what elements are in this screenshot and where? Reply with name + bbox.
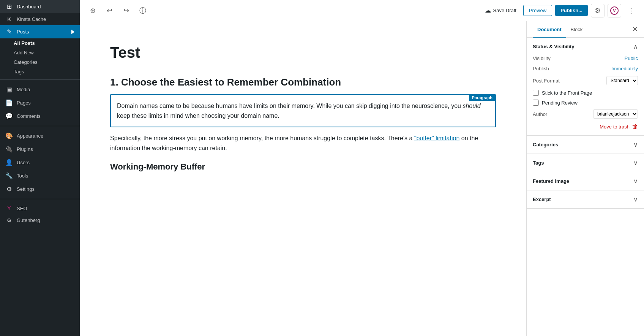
sidebar-sub-add-new[interactable]: Add New [0, 48, 80, 57]
more-options-button[interactable]: ⋮ [624, 4, 638, 17]
users-icon: 👤 [5, 159, 13, 166]
sidebar-item-tools[interactable]: 🔧 Tools [0, 169, 80, 182]
pending-review-label: Pending Review [542, 100, 578, 106]
section-categories-chevron: ∨ [633, 141, 638, 148]
save-draft-button[interactable]: ☁ Save Draft [481, 5, 520, 16]
sidebar-item-comments[interactable]: 💬 Comments [0, 109, 80, 123]
author-label: Author [533, 111, 547, 117]
add-block-button[interactable]: ⊕ [86, 4, 99, 17]
sidebar-item-media[interactable]: ▣ Media [0, 83, 80, 96]
visibility-value[interactable]: Public [625, 55, 638, 61]
pending-review-checkbox[interactable] [533, 100, 539, 106]
paragraph-2-block[interactable]: Specifically, the more stress you put on… [110, 133, 496, 153]
section-excerpt-title: Excerpt [533, 197, 551, 202]
section-featured-image-title: Featured Image [533, 178, 569, 184]
selected-paragraph-block[interactable]: Paragraph Domain names came to be becaus… [110, 94, 496, 127]
section-categories-title: Categories [533, 142, 558, 147]
section-tags-chevron: ∨ [633, 159, 638, 166]
section-excerpt-header[interactable]: Excerpt ∨ [527, 190, 644, 208]
stick-front-checkbox[interactable] [533, 90, 539, 96]
sidebar-sub-all-posts[interactable]: All Posts [0, 38, 80, 48]
sidebar-item-seo[interactable]: Y SEO [0, 202, 80, 214]
sidebar-item-pages[interactable]: 📄 Pages [0, 96, 80, 109]
publish-label: Publish [533, 66, 549, 71]
sidebar-label-dashboard: Dashboard [17, 4, 41, 10]
editor-area[interactable]: Test 1. Choose the Easiest to Remember C… [80, 21, 526, 336]
section-featured-image-chevron: ∨ [633, 178, 638, 185]
buffer-link[interactable]: "buffer" limitation [414, 135, 460, 141]
section-categories-header[interactable]: Categories ∨ [527, 136, 644, 154]
section-featured-image: Featured Image ∨ [527, 172, 644, 190]
topbar: ⊕ ↩ ↪ ⓘ ☁ Save Draft Preview Publish... [80, 0, 644, 21]
section-featured-image-header[interactable]: Featured Image ∨ [527, 172, 644, 190]
tools-icon: 🔧 [5, 172, 13, 179]
stick-front-row: Stick to the Front Page [533, 90, 638, 96]
publish-row: Publish Immediately [533, 66, 638, 71]
sidebar-item-dashboard[interactable]: ⊞ Dashboard [0, 0, 80, 13]
trash-row: Move to trash 🗑 [533, 123, 638, 130]
comments-icon: 💬 [5, 113, 13, 120]
redo-button[interactable]: ↪ [119, 4, 133, 17]
pages-icon: 📄 [5, 99, 13, 106]
gear-icon: ⚙ [595, 6, 601, 15]
publish-value[interactable]: Immediately [611, 66, 638, 71]
topbar-right: ☁ Save Draft Preview Publish... ⚙ V ⋮ [481, 4, 638, 17]
appearance-icon: 🎨 [5, 132, 13, 139]
settings-icon: ⚙ [5, 185, 13, 193]
undo-button[interactable]: ↩ [103, 4, 116, 17]
right-panel: Document Block ✕ Status & Visibility ∧ V… [526, 21, 644, 336]
posts-arrow [71, 30, 74, 34]
section-tags-title: Tags [533, 160, 544, 166]
sidebar-divider-2 [0, 126, 80, 126]
author-row: Author brianleejackson [533, 109, 638, 119]
redo-icon: ↪ [123, 6, 129, 15]
visibility-label: Visibility [533, 55, 551, 61]
tab-block[interactable]: Block [566, 21, 587, 38]
yoast-button[interactable]: V [608, 4, 621, 17]
block-heading-2[interactable]: Working-Memory Buffer [110, 162, 496, 172]
pending-review-row: Pending Review [533, 100, 638, 106]
paragraph-1-text[interactable]: Domain names came to be because humans h… [117, 101, 489, 120]
info-icon: ⓘ [139, 6, 146, 15]
sidebar-label-kinsta: Kinsta Cache [17, 16, 46, 22]
move-to-trash-link[interactable]: Move to trash [600, 124, 630, 130]
sidebar-item-plugins[interactable]: 🔌 Plugins [0, 143, 80, 156]
sidebar-item-kinsta-cache[interactable]: K Kinsta Cache [0, 13, 80, 25]
sidebar-label-posts: Posts [17, 29, 29, 35]
visibility-row: Visibility Public [533, 55, 638, 61]
section-status-header[interactable]: Status & Visibility ∧ [527, 38, 644, 55]
tab-document[interactable]: Document [533, 21, 566, 38]
info-button[interactable]: ⓘ [136, 4, 150, 17]
sidebar-item-settings[interactable]: ⚙ Settings [0, 182, 80, 196]
section-tags-header[interactable]: Tags ∨ [527, 154, 644, 172]
sidebar-sub-tags[interactable]: Tags [0, 67, 80, 76]
trash-icon: 🗑 [632, 123, 638, 130]
settings-button[interactable]: ⚙ [591, 4, 605, 17]
sidebar-sub-categories[interactable]: Categories [0, 57, 80, 67]
preview-button[interactable]: Preview [523, 5, 552, 16]
panel-tabs: Document Block ✕ [527, 21, 644, 38]
block-type-tag: Paragraph [469, 95, 496, 101]
sidebar-item-users[interactable]: 👤 Users [0, 156, 80, 169]
media-icon: ▣ [5, 86, 13, 93]
author-select[interactable]: brianleejackson [593, 109, 638, 119]
block-heading-1[interactable]: 1. Choose the Easiest to Remember Combin… [110, 76, 496, 88]
section-status-chevron: ∧ [633, 43, 638, 50]
sidebar-item-gutenberg[interactable]: G Gutenberg [0, 214, 80, 226]
post-title[interactable]: Test [110, 44, 496, 61]
stick-front-label: Stick to the Front Page [542, 90, 592, 96]
section-excerpt-chevron: ∨ [633, 196, 638, 203]
paragraph-2-text[interactable]: Specifically, the more stress you put on… [110, 133, 496, 153]
dashboard-icon: ⊞ [5, 3, 13, 10]
publish-button[interactable]: Publish... [555, 5, 588, 16]
post-format-select[interactable]: Standard Aside Chat Gallery Link Image Q… [606, 76, 638, 85]
section-status-title: Status & Visibility [533, 44, 575, 49]
sidebar-item-posts[interactable]: ✎ Posts [0, 25, 80, 38]
panel-close-button[interactable]: ✕ [632, 21, 638, 37]
main-area: ⊕ ↩ ↪ ⓘ ☁ Save Draft Preview Publish... [80, 0, 644, 336]
section-status-visibility: Status & Visibility ∧ Visibility Public … [527, 38, 644, 136]
sidebar-item-appearance[interactable]: 🎨 Appearance [0, 129, 80, 143]
add-icon: ⊕ [90, 6, 96, 15]
sidebar-divider-3 [0, 199, 80, 199]
section-tags: Tags ∨ [527, 154, 644, 172]
